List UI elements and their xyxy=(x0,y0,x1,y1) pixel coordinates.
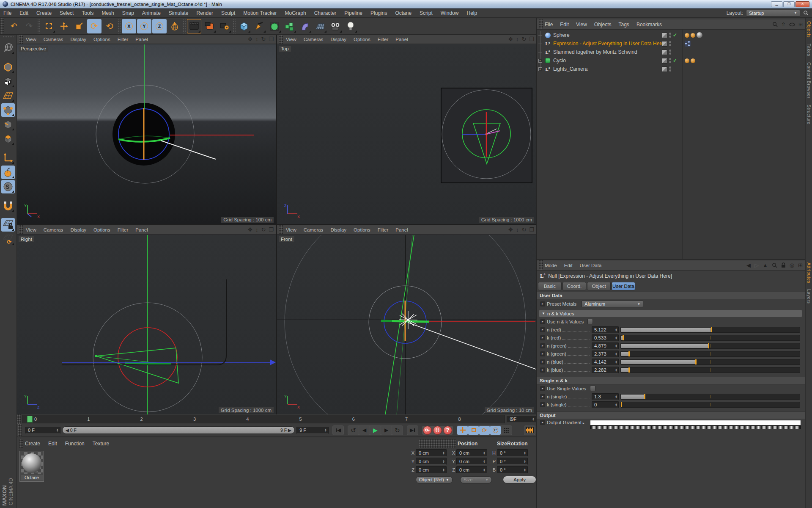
material-menu-item[interactable]: Function xyxy=(65,441,85,447)
xpresso-tag-icon[interactable] xyxy=(685,41,691,47)
points-mode-icon[interactable] xyxy=(1,103,15,117)
viewport-menu-item[interactable]: View xyxy=(26,37,36,42)
param-state-icon[interactable]: ▸ xyxy=(540,319,545,324)
param-value-field[interactable]: 0.533▲▼ xyxy=(592,334,619,341)
object-row[interactable]: + Cyclo ✓ xyxy=(537,56,805,65)
viewport-menu-item[interactable]: Cameras xyxy=(304,37,324,42)
attribute-manager-grip[interactable] xyxy=(539,260,543,270)
scale-view-icon[interactable]: ↕ xyxy=(255,227,258,232)
param-slider[interactable] xyxy=(620,402,800,408)
workplane-lock-icon[interactable] xyxy=(1,218,15,232)
timeline-track[interactable]: 0123456789 xyxy=(22,415,505,423)
autokey-icon[interactable]: ( ) xyxy=(433,426,442,435)
layer-chip[interactable] xyxy=(662,66,667,72)
menu-item[interactable]: Pipeline xyxy=(344,10,362,16)
axis-x-icon[interactable]: X xyxy=(122,19,136,33)
visibility-dots[interactable] xyxy=(669,66,671,72)
live-selection-icon[interactable] xyxy=(41,19,56,33)
spline-pen-icon[interactable] xyxy=(252,19,266,33)
param-slider[interactable] xyxy=(620,367,800,373)
material-menu-item[interactable]: Create xyxy=(25,441,40,447)
viewport-header-grip[interactable] xyxy=(19,225,23,234)
use-nk-checkbox[interactable] xyxy=(587,319,593,324)
material-item[interactable]: Octane xyxy=(19,451,44,482)
param-state-icon[interactable]: ▸ xyxy=(540,343,545,348)
use-single-checkbox[interactable] xyxy=(590,386,595,391)
phong-tag-icon[interactable] xyxy=(691,58,695,63)
param-value-field[interactable]: 4.142▲▼ xyxy=(592,359,619,365)
panel-side-tab[interactable]: Structure xyxy=(807,105,812,124)
viewport-menu-item[interactable]: Options xyxy=(93,227,110,232)
apply-button[interactable]: Apply xyxy=(503,476,536,483)
move-view-icon[interactable]: ✥ xyxy=(508,227,513,232)
menu-item[interactable]: Snap xyxy=(122,10,134,16)
object-row[interactable]: + Lights_Camera xyxy=(537,65,805,73)
enabled-check-icon[interactable]: ✓ xyxy=(673,58,677,64)
menu-item[interactable]: Octane xyxy=(395,10,411,16)
scale-view-icon[interactable]: ↕ xyxy=(516,227,519,232)
viewport-menu-item[interactable]: Filter xyxy=(118,37,129,42)
menu-item[interactable]: Animate xyxy=(142,10,161,16)
up-arrow-icon[interactable]: ⇧ xyxy=(781,21,786,28)
phong-tag-icon[interactable] xyxy=(691,33,695,38)
viewport-canvas[interactable]: Right Y Z xyxy=(17,235,276,414)
enable-axis-icon[interactable] xyxy=(1,151,15,165)
viewport-menu-item[interactable]: Cameras xyxy=(304,227,324,232)
rotation-field[interactable]: 0 °▲▼ xyxy=(497,466,528,473)
layer-chip[interactable] xyxy=(662,50,667,55)
param-state-icon[interactable]: ▸ xyxy=(540,367,545,373)
attribute-tab[interactable]: Coord. xyxy=(562,282,586,290)
viewport-menu-item[interactable]: Options xyxy=(93,37,110,42)
record-options-icon[interactable]: ? xyxy=(443,426,452,435)
viewport-menu-item[interactable]: Display xyxy=(70,227,86,232)
viewport-solo-icon[interactable] xyxy=(1,166,15,179)
ruler-grip[interactable] xyxy=(17,414,21,424)
render-settings-icon[interactable] xyxy=(217,19,232,33)
target-icon[interactable]: ◎ xyxy=(790,262,794,268)
param-value-field[interactable]: 1.3▲▼ xyxy=(592,393,619,400)
menu-item[interactable]: Window xyxy=(441,10,459,16)
coordinates-grip[interactable] xyxy=(419,439,456,448)
material-tag-icon[interactable] xyxy=(697,32,702,38)
viewport-header-grip[interactable] xyxy=(279,35,283,44)
param-value-field[interactable]: 5.122▲▼ xyxy=(592,326,619,333)
viewport-menu-item[interactable]: Panel xyxy=(395,37,408,42)
menu-item[interactable]: File xyxy=(3,10,11,16)
menu-item[interactable]: Plugins xyxy=(370,10,387,16)
viewport-menu-item[interactable]: Cameras xyxy=(44,37,63,42)
scale-view-icon[interactable]: ↕ xyxy=(516,36,519,42)
key-scale-icon[interactable] xyxy=(468,426,479,435)
arrow-mode-icon[interactable]: ▲ xyxy=(763,262,768,268)
toggle-panel-icon[interactable]: ❐ xyxy=(269,36,274,42)
viewport-menu-item[interactable]: View xyxy=(286,37,296,42)
object-manager-menu-item[interactable]: Tags xyxy=(619,22,629,28)
menu-item[interactable]: Tools xyxy=(82,10,93,16)
search-icon[interactable] xyxy=(803,10,809,16)
panel-side-tab[interactable]: Attributes xyxy=(807,262,812,283)
attribute-tab[interactable]: Object xyxy=(587,282,611,290)
object-row[interactable]: Expression - Adjust Everything in User D… xyxy=(537,39,805,48)
param-state-icon[interactable]: ▸ xyxy=(540,359,545,364)
toggle-panel-icon[interactable]: ❐ xyxy=(529,36,534,42)
polygons-mode-icon[interactable] xyxy=(1,132,15,146)
next-frame-icon[interactable]: ▶ xyxy=(381,426,392,435)
menu-item[interactable]: Select xyxy=(60,10,74,16)
attribute-menu-item[interactable]: Mode xyxy=(545,263,557,268)
rotate-view-icon[interactable]: ↻ xyxy=(521,227,526,232)
mograph-icon[interactable] xyxy=(283,19,297,33)
menu-item[interactable]: Motion Tracker xyxy=(243,10,277,16)
object-icon[interactable] xyxy=(544,32,551,39)
record-keyframe-icon[interactable] xyxy=(423,426,432,435)
rotate-view-icon[interactable]: ↻ xyxy=(261,227,266,232)
param-value-field[interactable]: 2.282▲▼ xyxy=(592,367,619,373)
play-icon[interactable]: ▶ xyxy=(370,426,381,435)
layer-chip[interactable] xyxy=(662,41,667,47)
next-key-icon[interactable]: ↻ xyxy=(392,426,403,435)
param-slider[interactable] xyxy=(620,327,800,333)
object-manager-menu-item[interactable]: View xyxy=(576,22,587,28)
material-menu-item[interactable]: Edit xyxy=(48,441,57,447)
param-value-field[interactable]: 4.879▲▼ xyxy=(592,342,619,349)
size-field[interactable]: 0 cm▲▼ xyxy=(456,458,487,465)
attribute-menu-item[interactable]: Edit xyxy=(564,263,573,268)
param-state-icon[interactable]: ▸ xyxy=(540,327,545,332)
